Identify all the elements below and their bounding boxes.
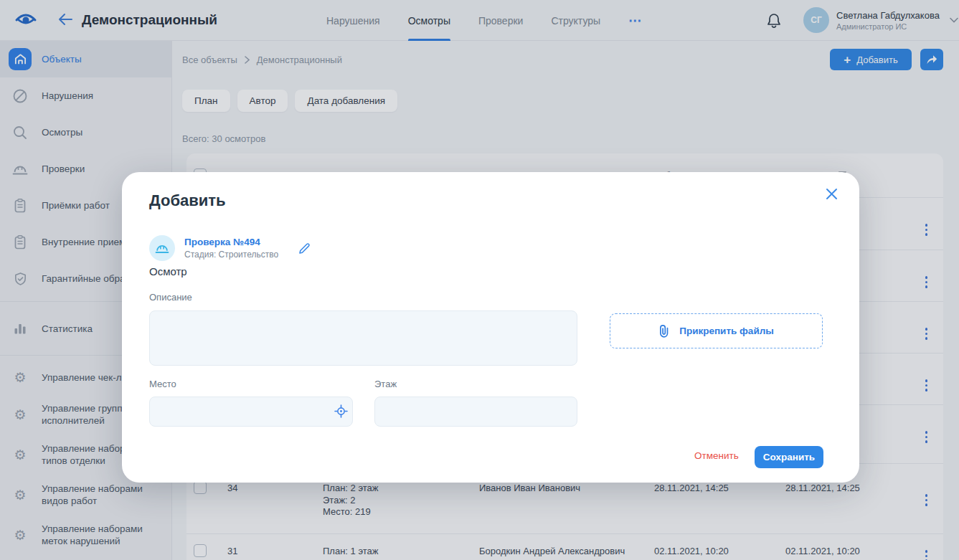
linked-check: Проверка №494 Стадия: Строительство [149,235,313,261]
attach-files-button[interactable]: Прикрепить файлы [610,313,823,348]
place-label: Место [149,379,176,389]
check-stage: Стадия: Строительство [184,250,278,260]
target-crosshair-icon[interactable] [334,404,348,418]
description-textarea[interactable] [149,310,577,366]
modal-title: Добавить [149,191,226,210]
edit-pencil-icon[interactable] [296,239,313,257]
description-label: Описание [149,292,192,303]
hard-hat-icon [149,235,175,261]
check-link[interactable]: Проверка №494 [184,237,278,247]
place-input[interactable] [149,397,353,427]
add-inspection-modal: Добавить Проверка №494 Стадия: Строитель… [122,172,859,483]
check-meta: Проверка №494 Стадия: Строительство [184,237,278,260]
close-icon[interactable] [823,185,841,203]
section-title: Осмотр [149,265,187,277]
floor-input[interactable] [374,397,577,427]
paperclip-icon [658,324,671,338]
cancel-button[interactable]: Отменить [694,450,739,461]
save-button[interactable]: Сохранить [755,446,823,468]
floor-label: Этаж [374,379,397,389]
